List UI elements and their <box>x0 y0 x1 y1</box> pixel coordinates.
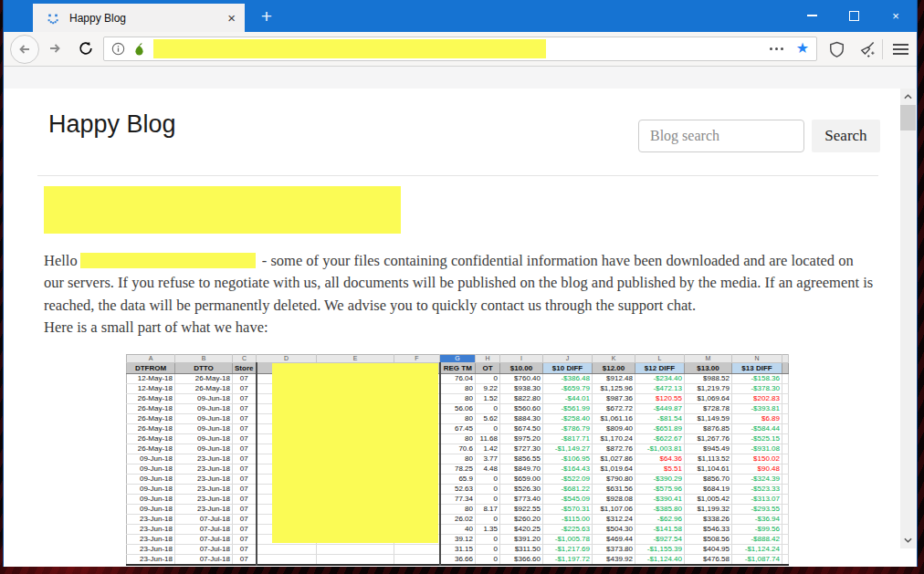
broom-button[interactable] <box>858 40 877 58</box>
onion-icon <box>132 42 146 57</box>
sheet-cell: 0 <box>476 555 500 566</box>
sheet-cell: 23-Jun-18 <box>175 464 233 475</box>
sheet-cell: 1.52 <box>476 394 500 404</box>
sheet-cell: 09-Jun-18 <box>175 404 233 414</box>
sheet-cell: -$472.13 <box>635 384 685 394</box>
sheet-cell: -$570.31 <box>543 505 593 515</box>
sheet-cell: $773.40 <box>500 495 543 505</box>
menu-button[interactable] <box>893 44 908 57</box>
sheet-cell: $90.48 <box>732 464 782 475</box>
sheet-cell: -$115.00 <box>543 515 593 525</box>
sheet-cell: -$324.39 <box>732 475 782 485</box>
sheet-cell: $202.83 <box>732 394 782 404</box>
sheet-cell: $631.56 <box>593 485 635 495</box>
sheet-header <box>782 363 789 374</box>
sheet-cell: 07 <box>233 485 257 495</box>
spreadsheet-table: ABCDEFGHIJKLMNDTFROMDTTOStoreCOMREG TMOT… <box>126 354 789 566</box>
sheet-cell: 07 <box>233 525 257 535</box>
sheet-cell: 07-Jul-18 <box>175 515 233 525</box>
blog-search-input[interactable] <box>638 120 804 152</box>
sheet-cell: 12-May-18 <box>127 384 175 394</box>
sheet-cell: 07 <box>233 394 257 404</box>
forward-button[interactable] <box>47 41 63 56</box>
sheet-cell: 26-May-18 <box>127 404 175 414</box>
scrollbar-thumb[interactable] <box>900 105 916 130</box>
sheet-header: REG TM <box>440 363 476 374</box>
sheet-cell: -$36.94 <box>732 515 782 525</box>
sheet-cell: $945.49 <box>685 444 732 454</box>
sheet-cell: $1,107.06 <box>593 505 635 515</box>
title-bar: Happy Blog × + × <box>4 0 917 32</box>
sheet-header: Store <box>233 363 257 374</box>
sheet-cell <box>782 384 789 394</box>
sheet-cell <box>782 545 789 555</box>
menu-icon <box>893 44 908 46</box>
sheet-cell: 23-Jun-18 <box>127 545 175 555</box>
reload-icon <box>78 40 94 57</box>
sheet-cell: 07 <box>233 414 257 424</box>
column-letter: H <box>476 355 500 363</box>
sheet-cell: -$393.81 <box>732 404 782 414</box>
sheet-cell: 76.04 <box>440 374 476 384</box>
close-button[interactable]: × <box>875 0 917 31</box>
sheet-cell: 23-Jun-18 <box>175 505 233 515</box>
spreadsheet-image: ABCDEFGHIJKLMNDTFROMDTTOStoreCOMREG TMOT… <box>126 354 790 566</box>
shield-button[interactable] <box>828 40 845 58</box>
sheet-cell: 8.17 <box>476 505 500 515</box>
sheet-cell <box>257 555 317 566</box>
sheet-cell: -$449.87 <box>635 404 685 414</box>
sheet-cell: 07 <box>233 475 257 485</box>
tab-close-icon[interactable]: × <box>227 11 236 25</box>
sheet-cell: 09-Jun-18 <box>127 505 175 515</box>
sheet-cell: 1.35 <box>476 525 500 535</box>
minimize-button[interactable] <box>791 0 833 31</box>
sheet-cell: 26-May-18 <box>127 424 175 434</box>
navigation-toolbar: ★ <box>4 32 917 67</box>
sheet-cell: -$523.33 <box>732 485 782 495</box>
sheet-cell: -$575.96 <box>635 485 685 495</box>
scroll-up-icon[interactable] <box>900 89 916 104</box>
sheet-cell: $672.72 <box>593 404 635 414</box>
sheet-cell: 07-Jul-18 <box>175 525 233 535</box>
sheet-cell: $469.44 <box>593 535 635 545</box>
sheet-cell: 56.06 <box>440 404 476 414</box>
maximize-button[interactable] <box>833 0 875 31</box>
sheet-cell: $1,125.96 <box>593 384 635 394</box>
sheet-cell: $928.08 <box>593 495 635 505</box>
back-button[interactable] <box>10 35 39 64</box>
sheet-cell <box>782 434 789 444</box>
sheet-cell: $120.55 <box>635 394 685 404</box>
sheet-cell: -$258.40 <box>543 414 593 424</box>
browser-tab[interactable]: Happy Blog × <box>33 4 245 32</box>
reload-button[interactable] <box>78 40 94 57</box>
sheet-cell: 09-Jun-18 <box>127 464 175 475</box>
bookmark-star-icon[interactable]: ★ <box>796 39 809 57</box>
column-letter: F <box>394 355 440 363</box>
sheet-cell: 78.25 <box>440 464 476 475</box>
sheet-cell: $760.40 <box>500 374 543 384</box>
new-tab-button[interactable]: + <box>252 0 281 32</box>
url-bar[interactable]: ★ <box>103 37 817 61</box>
sheet-cell: -$1,124.24 <box>732 545 782 555</box>
sheet-cell: $1,199.32 <box>685 505 732 515</box>
column-letter <box>782 355 789 363</box>
sheet-cell: -$164.43 <box>543 464 593 475</box>
sheet-cell <box>782 454 789 464</box>
page-scrollbar[interactable] <box>900 89 916 548</box>
sheet-cell: $674.50 <box>500 424 543 434</box>
sheet-cell: -$390.41 <box>635 495 685 505</box>
sheet-cell: $922.55 <box>500 505 543 515</box>
sheet-cell: -$561.99 <box>543 404 593 414</box>
sheet-cell: -$313.07 <box>732 495 782 505</box>
minimize-icon <box>807 15 817 16</box>
column-letter: D <box>257 355 317 363</box>
scroll-down-icon[interactable] <box>900 533 916 548</box>
search-button[interactable]: Search <box>812 120 880 152</box>
page-actions-icon[interactable] <box>770 47 783 50</box>
sheet-cell: $1,113.52 <box>685 454 732 464</box>
sheet-cell: 07-Jul-18 <box>175 555 233 566</box>
column-letter: I <box>500 355 543 363</box>
sheet-cell: -$293.55 <box>732 505 782 515</box>
sheet-cell: 23-Jun-18 <box>175 485 233 495</box>
info-icon[interactable] <box>111 42 125 56</box>
